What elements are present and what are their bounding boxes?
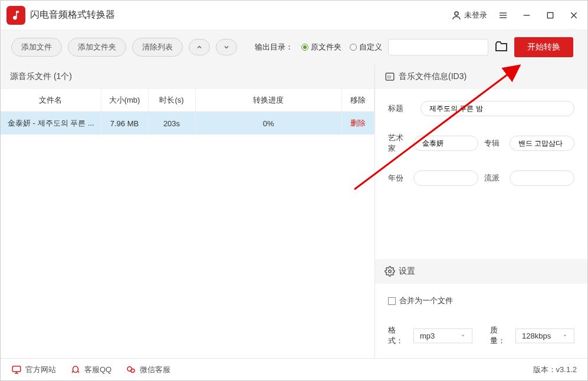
move-up-button[interactable] — [189, 39, 210, 55]
info-body: 标题 艺术家 专辑 年份 流派 — [375, 89, 587, 259]
col-remove: 移除 — [342, 89, 375, 112]
qq-support-text: 客服QQ — [84, 364, 111, 375]
qq-icon — [70, 364, 81, 375]
app-title: 闪电音频格式转换器 — [30, 9, 451, 21]
label-genre: 流派 — [484, 173, 504, 183]
move-down-button[interactable] — [216, 39, 237, 55]
info-header-text: 音乐文件信息(ID3) — [399, 71, 467, 82]
format-value: mp3 — [420, 331, 435, 340]
login-button[interactable]: 未登录 — [451, 10, 487, 21]
table-row[interactable]: 金泰妍 - 제주도의 푸른 ... 7.96 MB 203s 0% 删除 — [1, 112, 375, 135]
col-filename: 文件名 — [1, 89, 101, 112]
info-header: ID 音乐文件信息(ID3) — [375, 64, 587, 89]
checkbox-icon — [388, 297, 396, 305]
delete-row-button[interactable]: 删除 — [350, 119, 366, 127]
output-label: 输出目录： — [255, 42, 293, 52]
start-convert-button[interactable]: 开始转换 — [514, 37, 573, 57]
input-year[interactable] — [413, 170, 478, 186]
cell-size: 7.96 MB — [101, 112, 148, 135]
browse-folder-icon[interactable] — [494, 40, 508, 55]
radio-original-label: 原文件夹 — [311, 42, 341, 52]
label-album: 专辑 — [484, 138, 504, 149]
minimize-icon[interactable] — [519, 8, 534, 23]
merge-label: 合并为一个文件 — [399, 295, 453, 306]
wechat-support-text: 微信客服 — [140, 364, 170, 375]
cell-progress: 0% — [195, 112, 342, 135]
monitor-icon — [11, 364, 22, 375]
quality-value: 128kbps — [522, 331, 551, 340]
radio-custom-folder[interactable]: 自定义 — [350, 42, 382, 52]
version-text: 版本：v3.1.2 — [533, 364, 577, 375]
svg-rect-13 — [12, 366, 21, 372]
label-year: 年份 — [388, 173, 408, 183]
settings-header: 设置 — [375, 259, 587, 284]
settings-body: 合并为一个文件 格式： mp3 质量： 128kbps — [375, 284, 587, 358]
toolbar: 添加文件 添加文件夹 清除列表 输出目录： 原文件夹 自定义 开始转换 — [1, 30, 587, 64]
input-genre[interactable] — [510, 170, 574, 186]
radio-icon — [301, 44, 308, 51]
close-icon[interactable] — [566, 8, 582, 23]
merge-checkbox[interactable]: 合并为一个文件 — [388, 295, 574, 306]
id3-icon: ID — [385, 71, 395, 82]
label-artist: 艺术家 — [388, 133, 408, 154]
add-file-button[interactable]: 添加文件 — [11, 38, 62, 57]
login-text: 未登录 — [464, 10, 487, 21]
svg-text:ID: ID — [387, 75, 392, 79]
svg-point-0 — [455, 12, 458, 15]
format-select[interactable]: mp3 — [413, 329, 472, 343]
file-list-panel: 源音乐文件 (1个) 文件名 大小(mb) 时长(s) 转换进度 移除 金泰妍 … — [1, 64, 375, 358]
input-title[interactable] — [421, 101, 574, 116]
input-album[interactable] — [510, 136, 574, 151]
titlebar: 闪电音频格式转换器 未登录 — [1, 1, 587, 30]
menu-icon[interactable] — [495, 8, 511, 23]
qq-support-link[interactable]: 客服QQ — [70, 364, 111, 375]
col-size: 大小(mb) — [101, 89, 148, 112]
radio-custom-label: 自定义 — [359, 42, 382, 52]
input-artist[interactable] — [413, 136, 478, 151]
chevron-down-icon — [460, 333, 466, 339]
quality-select[interactable]: 128kbps — [515, 329, 574, 343]
official-site-text: 官方网站 — [25, 364, 56, 375]
radio-original-folder[interactable]: 原文件夹 — [301, 42, 341, 52]
file-table: 文件名 大小(mb) 时长(s) 转换进度 移除 金泰妍 - 제주도의 푸른 .… — [1, 89, 375, 134]
radio-icon — [350, 44, 357, 51]
footer: 官方网站 客服QQ 微信客服 版本：v3.1.2 — [1, 358, 587, 380]
gear-icon — [385, 266, 395, 277]
wechat-support-link[interactable]: 微信客服 — [126, 364, 170, 375]
svg-marker-12 — [564, 335, 567, 337]
col-duration: 时长(s) — [148, 89, 195, 112]
col-progress: 转换进度 — [195, 89, 342, 112]
file-list-header: 源音乐文件 (1个) — [1, 64, 375, 89]
official-site-link[interactable]: 官方网站 — [11, 364, 56, 375]
main-area: 源音乐文件 (1个) 文件名 大小(mb) 时长(s) 转换进度 移除 金泰妍 … — [1, 64, 587, 358]
info-panel: ID 音乐文件信息(ID3) 标题 艺术家 专辑 年份 流派 设置 — [375, 64, 587, 358]
settings-header-text: 设置 — [399, 266, 415, 277]
cell-duration: 203s — [148, 112, 195, 135]
add-folder-button[interactable]: 添加文件夹 — [68, 38, 126, 57]
chevron-down-icon — [562, 333, 568, 339]
output-path-input[interactable] — [388, 39, 488, 55]
svg-point-16 — [73, 366, 78, 373]
svg-point-10 — [389, 270, 392, 273]
quality-label: 质量： — [490, 325, 511, 346]
cell-filename: 金泰妍 - 제주도의 푸른 ... — [1, 112, 101, 135]
maximize-icon[interactable] — [543, 8, 558, 23]
app-logo — [6, 6, 25, 25]
format-label: 格式： — [388, 325, 409, 346]
label-title: 标题 — [388, 103, 415, 114]
wechat-icon — [126, 364, 136, 375]
svg-marker-11 — [462, 335, 465, 337]
clear-list-button[interactable]: 清除列表 — [132, 38, 183, 57]
svg-rect-5 — [547, 12, 553, 18]
